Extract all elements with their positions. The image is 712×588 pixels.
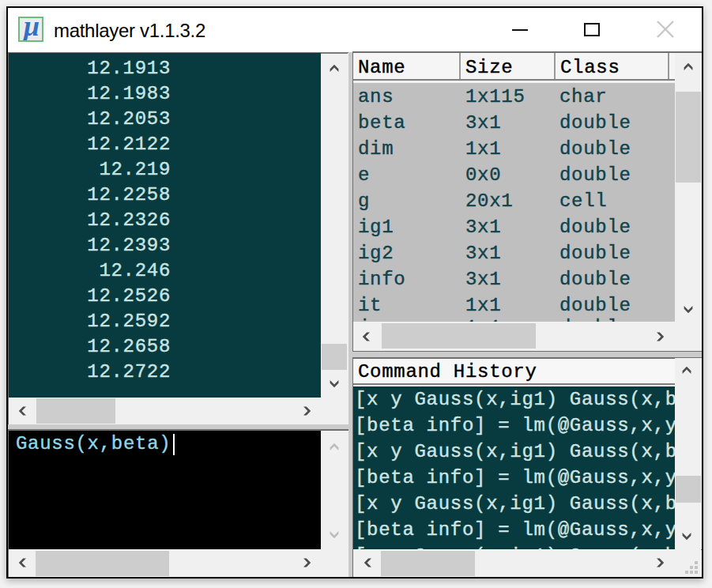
svg-text:μ: μ	[22, 18, 40, 40]
